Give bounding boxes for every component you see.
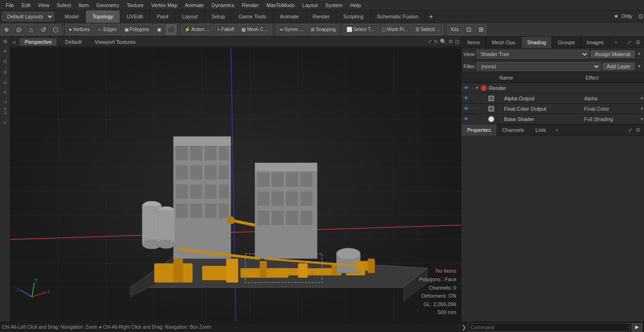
menu-layout[interactable]: Layout (298, 1, 322, 9)
btn-render-view[interactable]: ⊡ (463, 24, 474, 35)
panel-tab-mesh-ops[interactable]: Mesh Ops (486, 37, 521, 48)
panel-tab-items[interactable]: Items (462, 37, 486, 48)
tab-game-tools[interactable]: Game Tools (232, 10, 273, 23)
menu-geometry[interactable]: Geometry (92, 1, 123, 9)
panel-tab-shading[interactable]: Shading (521, 37, 552, 48)
toolbar-snap-home[interactable]: ⌂ (25, 24, 37, 35)
vis-eye-alpha[interactable]: 👁 (462, 95, 470, 102)
add-layer-button[interactable]: Add Layer (603, 63, 635, 70)
layout-add-tab[interactable]: + (425, 12, 437, 21)
sidebar-label-poly[interactable]: P... (3, 86, 8, 95)
tab-animate[interactable]: Animate (273, 10, 306, 23)
viewport-settings-icon[interactable]: ⚙ (448, 39, 453, 45)
btn-edges[interactable]: — Edges (94, 24, 120, 35)
menu-system[interactable]: System (322, 1, 347, 9)
viewport-refresh-icon[interactable]: ↻ (434, 39, 438, 45)
alpha-dropdown-arrow[interactable]: ▾ (641, 96, 643, 101)
prop-tab-lists[interactable]: Lists (530, 124, 552, 136)
panel-settings-icon[interactable]: ⚙ (634, 39, 642, 46)
tab-uvedit[interactable]: UVEdit (120, 10, 150, 23)
viewport-expand-icon[interactable]: ⤢ (428, 39, 432, 45)
btn-polygons[interactable]: ▣ Polygons (121, 24, 153, 35)
sidebar-label-dup[interactable]: D... (3, 55, 8, 65)
expand-triangle-final-color[interactable] (483, 106, 488, 112)
expand-triangle-alpha[interactable] (483, 96, 488, 101)
layout-settings-icon[interactable]: ⚙ (638, 13, 644, 20)
vis-eye-base-shader[interactable]: 👁 (462, 115, 470, 123)
tab-schematic-fusion[interactable]: Schematic Fusion (371, 10, 425, 23)
layout-dropdown[interactable]: Default Layouts (2, 12, 54, 21)
prop-tab-channels[interactable]: Channels (496, 124, 529, 136)
menu-view[interactable]: View (34, 1, 53, 9)
tab-topology[interactable]: Topology (86, 10, 120, 23)
tab-render[interactable]: Render (306, 10, 337, 23)
sidebar-label-uv[interactable]: U V (3, 105, 8, 116)
btn-snapping[interactable]: ⊞ Snapping (307, 24, 339, 35)
shader-expand-icon[interactable]: ▾ (636, 51, 642, 57)
sidebar-label-e[interactable]: E... (3, 76, 8, 86)
btn-vertices[interactable]: ● Vertices (66, 24, 93, 35)
menu-animate[interactable]: Animate (181, 1, 207, 9)
btn-falloff[interactable]: ⌖ Falloff (214, 24, 238, 35)
btn-symm[interactable]: ⇔ Symm ... (276, 24, 306, 35)
vis-eye-render[interactable]: 👁 (462, 84, 470, 92)
shader-row-alpha[interactable]: 👁 ··· Alpha Output Alpha ▾ (462, 93, 644, 104)
btn-selecti[interactable]: ☰ Selecti ... (412, 24, 444, 35)
menu-item[interactable]: Item (75, 1, 92, 9)
menu-render[interactable]: Render (238, 1, 263, 9)
panel-expand-icon[interactable]: ⤢ (626, 39, 633, 46)
toolbar-mode[interactable]: ⬡ (50, 24, 61, 35)
prop-tab-add[interactable]: + (552, 126, 562, 134)
sidebar-label-basic[interactable]: B... (3, 44, 8, 55)
filter-expand-icon[interactable]: ▾ (636, 63, 642, 69)
prop-expand-icon[interactable]: ⤢ (627, 127, 634, 133)
viewport-canvas[interactable]: X Z Y No Items Polygons : Face Channels:… (10, 47, 461, 322)
prop-settings-icon[interactable]: ⚙ (634, 127, 642, 133)
menu-vertex-map[interactable]: Vertex Map (148, 1, 182, 9)
viewport-tab-textures[interactable]: Viewport Textures (90, 38, 140, 46)
btn-mesh-c[interactable]: ▦ Mesh C ... (238, 24, 272, 35)
tab-model[interactable]: Model (58, 10, 86, 23)
btn-sel-mode2[interactable]: ⬛ (165, 24, 177, 35)
command-go-button[interactable]: ▶ (632, 323, 642, 332)
base-shader-dropdown-arrow[interactable]: ▾ (641, 116, 643, 121)
toolbar-transform-origin[interactable]: ⊕ (1, 24, 12, 35)
tab-layout[interactable]: Layout (175, 10, 205, 23)
shader-view-dropdown[interactable]: Shader Tree (477, 50, 589, 58)
prop-tab-properties[interactable]: Properties (462, 124, 496, 136)
menu-texture[interactable]: Texture (123, 1, 148, 9)
shader-row-base-shader[interactable]: 👁 ··· Base Shader Full Shading ▾ (462, 114, 644, 124)
toolbar-rotate[interactable]: ↺ (38, 24, 49, 35)
btn-action[interactable]: ⚡ Action ... (181, 24, 213, 35)
btn-work-pl[interactable]: ▢ Work Pl... (379, 24, 411, 35)
command-input[interactable] (468, 323, 630, 332)
toolbar-world[interactable]: ⊙ (13, 24, 25, 35)
btn-viewport-layout[interactable]: ⊞ (475, 24, 487, 35)
menu-maxtomodo[interactable]: MaxToModo (263, 1, 298, 9)
assign-material-button[interactable]: Assign Material (591, 50, 635, 58)
viewport-search-icon[interactable]: 🔍 (440, 39, 446, 45)
sidebar-label-c[interactable]: C... (3, 95, 8, 105)
final-color-dropdown-arrow[interactable]: ▾ (641, 106, 643, 111)
shader-row-render[interactable]: 👁 ··· ▾ Render (462, 83, 644, 93)
menu-file[interactable]: File (2, 1, 18, 9)
expand-triangle-render[interactable]: ▾ (476, 85, 480, 91)
panel-tab-groups[interactable]: Groups (552, 37, 581, 48)
btn-select-t[interactable]: ⬜ Select T... (343, 24, 378, 35)
command-arrow-icon[interactable]: ❯ (462, 324, 466, 331)
btn-sel-mode1[interactable]: ▣ (153, 24, 165, 35)
sidebar-label-f[interactable]: F... (3, 116, 8, 126)
panel-tab-add[interactable]: + (611, 39, 621, 46)
menu-edit[interactable]: Edit (18, 1, 34, 9)
viewport-more-icon[interactable]: ⊡ (455, 39, 459, 45)
sidebar-label-mesh[interactable]: M... (3, 65, 8, 76)
tab-setup[interactable]: Setup (205, 10, 232, 23)
btn-kits[interactable]: Kits (447, 24, 462, 35)
tab-paint[interactable]: Paint (150, 10, 175, 23)
vis-eye-final-color[interactable]: 👁 (462, 105, 470, 113)
menu-dynamics[interactable]: Dynamics (208, 1, 238, 9)
viewport-tab-perspective[interactable]: Perspective (20, 38, 56, 46)
panel-tab-images[interactable]: Images (581, 37, 610, 48)
shader-filter-dropdown[interactable]: (none) (477, 62, 600, 71)
menu-select[interactable]: Select (53, 1, 75, 9)
